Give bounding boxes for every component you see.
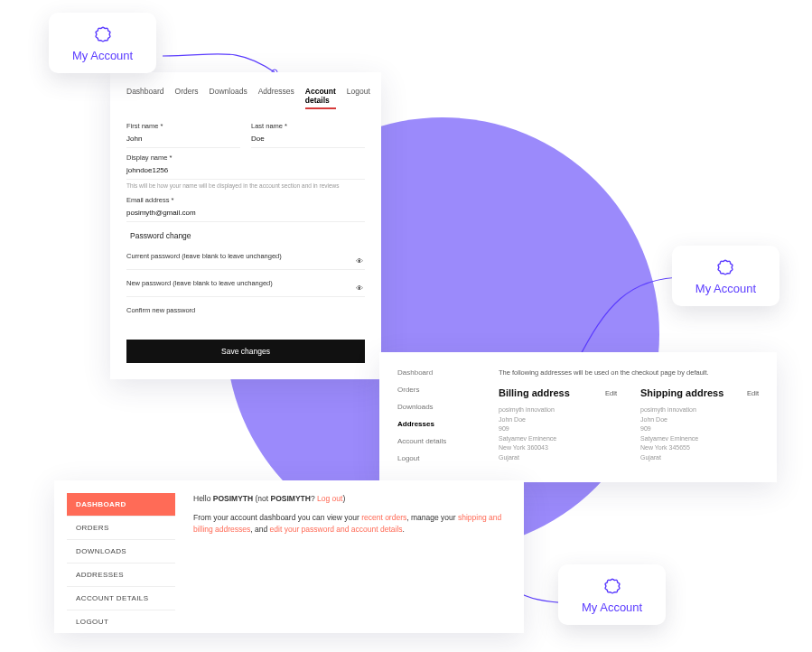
last-name-label: Last name *: [251, 122, 365, 130]
tab-downloads[interactable]: Downloads: [210, 87, 247, 109]
tab-orders[interactable]: Orders: [175, 87, 199, 109]
display-name-help: This will be how your name will be displ…: [126, 182, 365, 189]
tab-addresses[interactable]: Addresses: [258, 87, 294, 109]
first-name-input[interactable]: John: [126, 133, 240, 148]
dashboard-body: Hello POSIMYTH (not POSIMYTH? Log out) F…: [193, 493, 508, 633]
callout-label: My Account: [72, 49, 133, 62]
display-name-input[interactable]: johndoe1256: [126, 164, 365, 180]
edit-billing-link[interactable]: Edit: [605, 389, 617, 397]
tab-logout[interactable]: Logout: [347, 87, 370, 109]
tab-account-details[interactable]: Account details: [305, 87, 336, 109]
sidebar-item-dashboard[interactable]: Dashboard: [397, 368, 479, 377]
cog-badge-icon: [715, 258, 735, 278]
account-tabs: Dashboard Orders Downloads Addresses Acc…: [126, 87, 365, 109]
dashboard-sidebar: DASHBOARD ORDERS DOWNLOADS ADDRESSES ACC…: [67, 493, 175, 633]
shipping-address-block: Edit Shipping address posimyth innovatio…: [640, 387, 759, 462]
dashboard-panel: DASHBOARD ORDERS DOWNLOADS ADDRESSES ACC…: [54, 480, 524, 633]
save-changes-button[interactable]: Save changes: [126, 340, 365, 363]
account-details-panel: Dashboard Orders Downloads Addresses Acc…: [110, 72, 381, 379]
billing-address-lines: posimyth innovation John Doe 909 Satyame…: [499, 405, 617, 462]
current-password-input[interactable]: Current password (leave blank to leave u…: [126, 248, 365, 270]
sidebar-item-dashboard[interactable]: DASHBOARD: [67, 493, 175, 517]
eye-icon[interactable]: 👁: [356, 284, 363, 293]
password-change-title: Password change: [125, 228, 367, 243]
billing-address-block: Edit Billing address posimyth innovation…: [499, 387, 617, 462]
addresses-intro: The following addresses will be used on …: [499, 368, 759, 377]
sidebar-item-account-details[interactable]: Account details: [397, 437, 479, 445]
billing-address-title: Billing address: [499, 387, 617, 398]
new-password-input[interactable]: New password (leave blank to leave uncha…: [126, 275, 365, 297]
logout-link[interactable]: Log out: [317, 494, 342, 503]
my-account-callout: My Account: [558, 564, 666, 625]
shipping-address-lines: posimyth innovation John Doe 909 Satyame…: [640, 405, 759, 462]
addresses-sidebar: Dashboard Orders Downloads Addresses Acc…: [397, 368, 479, 462]
callout-label: My Account: [582, 601, 642, 614]
last-name-input[interactable]: Doe: [251, 133, 365, 148]
sidebar-item-logout[interactable]: LOGOUT: [67, 610, 175, 633]
email-input[interactable]: posimyth@gmail.com: [126, 207, 365, 222]
my-account-callout: My Account: [49, 13, 156, 73]
cog-badge-icon: [93, 25, 113, 45]
cog-badge-icon: [602, 577, 622, 597]
email-label: Email address *: [126, 196, 365, 204]
shipping-address-title: Shipping address: [640, 387, 759, 398]
sidebar-item-orders[interactable]: ORDERS: [67, 517, 175, 540]
my-account-callout: My Account: [672, 246, 779, 306]
recent-orders-link[interactable]: recent orders: [361, 513, 406, 522]
callout-label: My Account: [695, 282, 756, 295]
display-name-label: Display name *: [126, 154, 365, 162]
sidebar-item-downloads[interactable]: DOWNLOADS: [67, 540, 175, 564]
sidebar-item-addresses[interactable]: ADDRESSES: [67, 564, 175, 587]
eye-icon[interactable]: 👁: [356, 257, 363, 265]
sidebar-item-downloads[interactable]: Downloads: [397, 403, 479, 411]
sidebar-item-addresses[interactable]: Addresses: [397, 420, 479, 428]
sidebar-item-account-details[interactable]: ACCOUNT DETAILS: [67, 587, 175, 610]
confirm-password-input[interactable]: Confirm new password: [126, 303, 365, 323]
first-name-label: First name *: [126, 122, 240, 130]
edit-account-link[interactable]: edit your password and account details: [270, 525, 403, 534]
edit-shipping-link[interactable]: Edit: [747, 389, 759, 397]
addresses-panel: Dashboard Orders Downloads Addresses Acc…: [379, 352, 777, 482]
sidebar-item-logout[interactable]: Logout: [397, 454, 479, 462]
tab-dashboard[interactable]: Dashboard: [126, 87, 164, 109]
sidebar-item-orders[interactable]: Orders: [397, 386, 479, 394]
